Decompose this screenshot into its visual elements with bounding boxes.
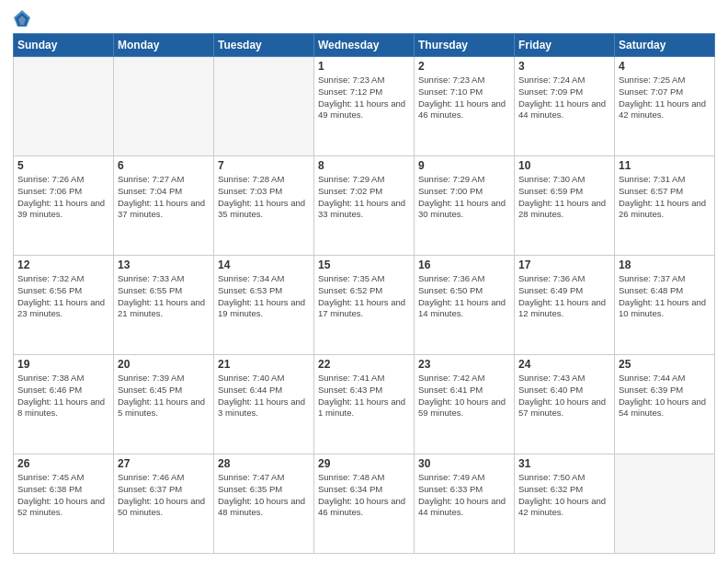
logo-icon [13,9,31,28]
day-number: 8 [318,159,410,172]
day-info: Sunrise: 7:47 AM Sunset: 6:35 PM Dayligh… [218,472,310,519]
day-number: 13 [118,259,210,271]
day-cell: 26Sunrise: 7:45 AM Sunset: 6:38 PM Dayli… [14,454,114,554]
day-number: 28 [218,457,310,470]
day-number: 27 [118,457,210,470]
day-info: Sunrise: 7:46 AM Sunset: 6:37 PM Dayligh… [118,472,210,519]
day-cell: 9Sunrise: 7:29 AM Sunset: 7:00 PM Daylig… [415,156,515,256]
day-cell: 21Sunrise: 7:40 AM Sunset: 6:44 PM Dayli… [214,355,314,454]
day-cell: 18Sunrise: 7:37 AM Sunset: 6:48 PM Dayli… [615,256,715,355]
day-info: Sunrise: 7:23 AM Sunset: 7:12 PM Dayligh… [318,75,410,121]
day-number: 30 [418,457,510,470]
weekday-saturday: Saturday [615,34,715,57]
day-info: Sunrise: 7:38 AM Sunset: 6:46 PM Dayligh… [17,373,109,419]
day-info: Sunrise: 7:25 AM Sunset: 7:07 PM Dayligh… [619,75,711,121]
day-cell: 8Sunrise: 7:29 AM Sunset: 7:02 PM Daylig… [314,156,415,256]
day-info: Sunrise: 7:39 AM Sunset: 6:45 PM Dayligh… [118,373,210,419]
day-number: 24 [518,358,610,371]
day-cell: 29Sunrise: 7:48 AM Sunset: 6:34 PM Dayli… [314,454,415,554]
day-cell [615,454,715,554]
day-number: 25 [619,358,711,371]
day-cell: 13Sunrise: 7:33 AM Sunset: 6:55 PM Dayli… [114,256,214,355]
weekday-tuesday: Tuesday [214,34,314,57]
weekday-sunday: Sunday [14,34,114,57]
day-info: Sunrise: 7:24 AM Sunset: 7:09 PM Dayligh… [518,75,610,121]
day-info: Sunrise: 7:32 AM Sunset: 6:56 PM Dayligh… [17,273,109,320]
day-number: 23 [418,358,510,371]
day-info: Sunrise: 7:23 AM Sunset: 7:10 PM Dayligh… [418,75,510,121]
day-info: Sunrise: 7:35 AM Sunset: 6:52 PM Dayligh… [318,273,410,320]
day-number: 15 [318,259,410,271]
day-info: Sunrise: 7:30 AM Sunset: 6:59 PM Dayligh… [518,174,610,221]
day-info: Sunrise: 7:37 AM Sunset: 6:48 PM Dayligh… [619,273,711,320]
week-row-3: 19Sunrise: 7:38 AM Sunset: 6:46 PM Dayli… [14,355,715,454]
day-number: 31 [518,457,610,470]
day-cell: 1Sunrise: 7:23 AM Sunset: 7:12 PM Daylig… [314,57,415,156]
day-cell [114,57,214,156]
day-info: Sunrise: 7:45 AM Sunset: 6:38 PM Dayligh… [17,472,109,519]
day-info: Sunrise: 7:34 AM Sunset: 6:53 PM Dayligh… [218,273,310,320]
day-info: Sunrise: 7:49 AM Sunset: 6:33 PM Dayligh… [418,472,510,519]
weekday-wednesday: Wednesday [314,34,415,57]
day-cell: 28Sunrise: 7:47 AM Sunset: 6:35 PM Dayli… [214,454,314,554]
weekday-thursday: Thursday [415,34,515,57]
day-cell [214,57,314,156]
day-number: 14 [218,259,310,271]
calendar-table: SundayMondayTuesdayWednesdayThursdayFrid… [13,33,715,554]
day-cell: 30Sunrise: 7:49 AM Sunset: 6:33 PM Dayli… [415,454,515,554]
day-info: Sunrise: 7:36 AM Sunset: 6:49 PM Dayligh… [518,273,610,320]
day-info: Sunrise: 7:50 AM Sunset: 6:32 PM Dayligh… [518,472,610,519]
week-row-2: 12Sunrise: 7:32 AM Sunset: 6:56 PM Dayli… [14,256,715,355]
day-cell: 24Sunrise: 7:43 AM Sunset: 6:40 PM Dayli… [515,355,615,454]
day-number: 26 [17,457,109,470]
week-row-1: 5Sunrise: 7:26 AM Sunset: 7:06 PM Daylig… [14,156,715,256]
day-cell: 12Sunrise: 7:32 AM Sunset: 6:56 PM Dayli… [14,256,114,355]
day-info: Sunrise: 7:26 AM Sunset: 7:06 PM Dayligh… [17,174,109,221]
day-number: 10 [518,159,610,172]
header [13,9,715,28]
day-cell: 25Sunrise: 7:44 AM Sunset: 6:39 PM Dayli… [615,355,715,454]
day-cell: 10Sunrise: 7:30 AM Sunset: 6:59 PM Dayli… [515,156,615,256]
day-number: 17 [518,259,610,271]
day-cell: 15Sunrise: 7:35 AM Sunset: 6:52 PM Dayli… [314,256,415,355]
day-info: Sunrise: 7:36 AM Sunset: 6:50 PM Dayligh… [418,273,510,320]
day-number: 21 [218,358,310,371]
day-cell: 6Sunrise: 7:27 AM Sunset: 7:04 PM Daylig… [114,156,214,256]
day-cell: 5Sunrise: 7:26 AM Sunset: 7:06 PM Daylig… [14,156,114,256]
day-cell: 14Sunrise: 7:34 AM Sunset: 6:53 PM Dayli… [214,256,314,355]
day-number: 5 [17,159,109,172]
day-cell: 27Sunrise: 7:46 AM Sunset: 6:37 PM Dayli… [114,454,214,554]
weekday-friday: Friday [515,34,615,57]
week-row-4: 26Sunrise: 7:45 AM Sunset: 6:38 PM Dayli… [14,454,715,554]
day-cell: 22Sunrise: 7:41 AM Sunset: 6:43 PM Dayli… [314,355,415,454]
day-number: 20 [118,358,210,371]
day-cell: 4Sunrise: 7:25 AM Sunset: 7:07 PM Daylig… [615,57,715,156]
day-info: Sunrise: 7:48 AM Sunset: 6:34 PM Dayligh… [318,472,410,519]
day-number: 4 [619,60,711,73]
day-number: 7 [218,159,310,172]
day-info: Sunrise: 7:29 AM Sunset: 7:02 PM Dayligh… [318,174,410,221]
day-cell: 31Sunrise: 7:50 AM Sunset: 6:32 PM Dayli… [515,454,615,554]
day-number: 3 [518,60,610,73]
day-number: 9 [418,159,510,172]
day-info: Sunrise: 7:29 AM Sunset: 7:00 PM Dayligh… [418,174,510,221]
day-number: 18 [619,259,711,271]
day-info: Sunrise: 7:33 AM Sunset: 6:55 PM Dayligh… [118,273,210,320]
day-cell [14,57,114,156]
day-info: Sunrise: 7:44 AM Sunset: 6:39 PM Dayligh… [619,373,711,419]
logo [13,9,35,28]
day-number: 22 [318,358,410,371]
day-number: 12 [17,259,109,271]
day-cell: 19Sunrise: 7:38 AM Sunset: 6:46 PM Dayli… [14,355,114,454]
day-info: Sunrise: 7:31 AM Sunset: 6:57 PM Dayligh… [619,174,711,221]
day-info: Sunrise: 7:42 AM Sunset: 6:41 PM Dayligh… [418,373,510,419]
day-info: Sunrise: 7:28 AM Sunset: 7:03 PM Dayligh… [218,174,310,221]
day-number: 16 [418,259,510,271]
day-info: Sunrise: 7:41 AM Sunset: 6:43 PM Dayligh… [318,373,410,419]
day-cell: 2Sunrise: 7:23 AM Sunset: 7:10 PM Daylig… [415,57,515,156]
day-cell: 3Sunrise: 7:24 AM Sunset: 7:09 PM Daylig… [515,57,615,156]
day-number: 29 [318,457,410,470]
day-info: Sunrise: 7:27 AM Sunset: 7:04 PM Dayligh… [118,174,210,221]
day-number: 1 [318,60,410,73]
day-cell: 7Sunrise: 7:28 AM Sunset: 7:03 PM Daylig… [214,156,314,256]
